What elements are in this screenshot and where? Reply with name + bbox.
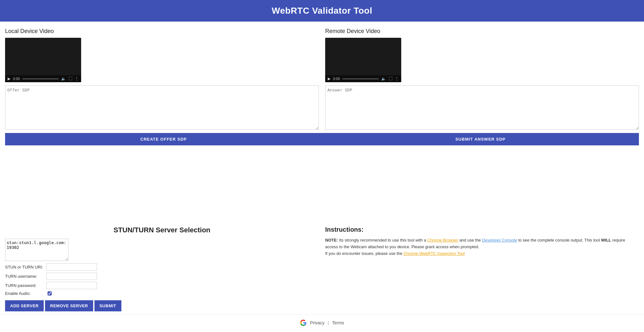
sdp-button-bar: CREATE OFFER SDP SUBMIT ANSWER SDP xyxy=(5,133,639,145)
answer-sdp-textarea[interactable] xyxy=(325,85,639,130)
add-server-button[interactable]: ADD SERVER xyxy=(5,300,44,311)
local-video-controls: ▶ 0:00 🔈 ⛶ ⋮ xyxy=(5,75,81,82)
submit-answer-button[interactable]: SUBMIT ANSWER SDP xyxy=(322,133,639,145)
main-content: Local Device Video ▶ 0:00 🔈 ⛶ ⋮ xyxy=(0,22,644,220)
local-video-section: Local Device Video ▶ 0:00 🔈 ⛶ ⋮ xyxy=(5,28,319,130)
local-video-time: 0:00 xyxy=(13,77,20,81)
turn-username-row: TURN username: xyxy=(5,273,319,280)
remote-video-controls: ▶ 0:00 🔈 ⛶ ⋮ xyxy=(325,75,401,82)
remote-play-icon[interactable]: ▶ xyxy=(328,76,331,81)
stun-uri-input[interactable] xyxy=(46,263,97,271)
chrome-browser-link[interactable]: Chrome Browser xyxy=(427,238,458,242)
enable-audio-row: Enable Audio: xyxy=(5,291,319,296)
offer-sdp-textarea[interactable] xyxy=(5,85,319,130)
instructions-body: NOTE: Its strongly recommended to use th… xyxy=(325,237,639,257)
note-bold: NOTE: xyxy=(325,238,339,242)
remote-video-wrapper: ▶ 0:00 🔈 ⛶ ⋮ xyxy=(325,38,639,82)
local-mute-icon[interactable]: 🔈 xyxy=(61,76,66,81)
page-footer: Privacy | Terms xyxy=(0,315,644,332)
local-play-icon[interactable]: ▶ xyxy=(8,76,10,81)
enable-audio-label: Enable Audio: xyxy=(5,291,46,296)
remote-fullscreen-icon[interactable]: ⛶ xyxy=(389,76,392,81)
page-title: WebRTC Validator Tool xyxy=(0,6,644,16)
encounter-text: If you do encounter issues, please use t… xyxy=(325,251,403,256)
remote-video-progress xyxy=(342,78,379,79)
local-video-label: Local Device Video xyxy=(5,28,319,35)
stun-buttons: ADD SERVER REMOVE SERVER SUBMIT xyxy=(5,300,319,311)
remote-video-time: 0:00 xyxy=(333,77,340,81)
google-logo xyxy=(300,319,307,326)
page-header: WebRTC Validator Tool xyxy=(0,0,644,22)
will-bold: WILL xyxy=(601,238,611,242)
google-g-icon xyxy=(300,319,307,326)
turn-password-row: TURN password: xyxy=(5,282,319,289)
turn-password-input[interactable] xyxy=(46,282,97,289)
terms-link[interactable]: Terms xyxy=(332,320,344,325)
create-offer-button[interactable]: CREATE OFFER SDP xyxy=(5,133,322,145)
enable-audio-checkbox[interactable] xyxy=(48,291,52,295)
dev-console-link[interactable]: Developer Console xyxy=(482,238,517,242)
instructions-section: Instructions: NOTE: Its strongly recomme… xyxy=(325,226,639,311)
turn-username-input[interactable] xyxy=(46,273,97,280)
stun-uri-row: STUN or TURN URI: xyxy=(5,263,319,271)
turn-password-label: TURN password: xyxy=(5,283,46,288)
privacy-link[interactable]: Privacy xyxy=(310,320,325,325)
note-text-2: and use the xyxy=(458,238,482,242)
remote-video-label: Remote Device Video xyxy=(325,28,639,35)
instructions-title: Instructions: xyxy=(325,226,639,233)
footer-separator: | xyxy=(328,320,329,325)
remote-more-icon[interactable]: ⋮ xyxy=(395,76,399,81)
bottom-section: STUN/TURN Server Selection stun:stun1.l.… xyxy=(0,220,644,315)
remove-server-button[interactable]: REMOVE SERVER xyxy=(45,300,93,311)
local-fullscreen-icon[interactable]: ⛶ xyxy=(68,76,72,81)
local-video-progress xyxy=(22,78,59,79)
stun-turn-title: STUN/TURN Server Selection xyxy=(5,226,319,234)
local-video-wrapper: ▶ 0:00 🔈 ⛶ ⋮ xyxy=(5,38,319,82)
note-text-1: Its strongly recommended to use this too… xyxy=(339,238,427,242)
stun-server-textarea[interactable]: stun:stun1.l.google.com:19302 xyxy=(5,239,68,261)
local-more-icon[interactable]: ⋮ xyxy=(75,76,79,81)
remote-video-section: Remote Device Video ▶ 0:00 🔈 ⛶ ⋮ xyxy=(325,28,639,130)
remote-mute-icon[interactable]: 🔈 xyxy=(381,76,386,81)
stun-uri-label: STUN or TURN URI: xyxy=(5,265,46,269)
remote-video-player[interactable]: ▶ 0:00 🔈 ⛶ ⋮ xyxy=(325,38,401,82)
stun-turn-section: STUN/TURN Server Selection stun:stun1.l.… xyxy=(5,226,319,311)
submit-server-button[interactable]: SUBMIT xyxy=(94,300,121,311)
webrtc-tool-link[interactable]: Chrome WebRTC Inspection Tool xyxy=(403,251,465,256)
turn-username-label: TURN username: xyxy=(5,274,46,279)
video-row: Local Device Video ▶ 0:00 🔈 ⛶ ⋮ xyxy=(5,28,639,130)
local-video-player[interactable]: ▶ 0:00 🔈 ⛶ ⋮ xyxy=(5,38,81,82)
